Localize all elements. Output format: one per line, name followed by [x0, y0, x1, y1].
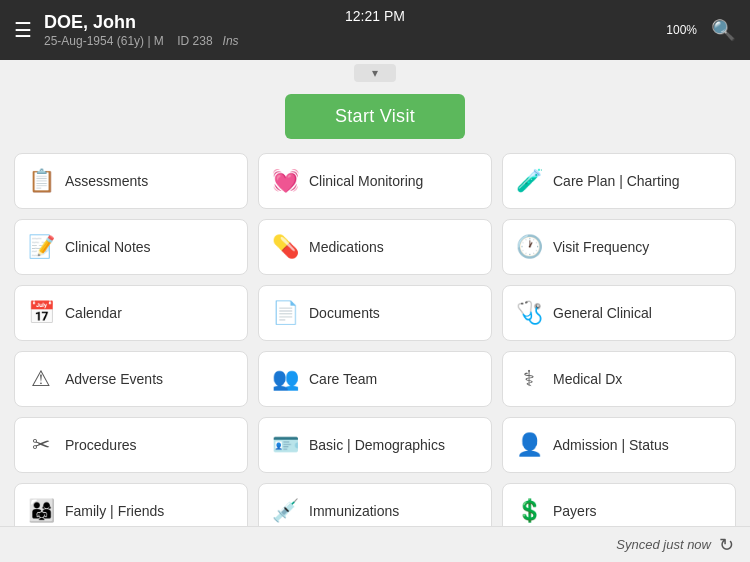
footer: Synced just now ↻ [0, 526, 750, 562]
medical-dx-label: Medical Dx [553, 371, 622, 387]
adverse-events-label: Adverse Events [65, 371, 163, 387]
grid-item-adverse-events[interactable]: ⚠Adverse Events [14, 351, 248, 407]
grid-item-medical-dx[interactable]: ⚕Medical Dx [502, 351, 736, 407]
grid-item-clinical-notes[interactable]: 📝Clinical Notes [14, 219, 248, 275]
grid-item-calendar[interactable]: 📅Calendar [14, 285, 248, 341]
sync-status: Synced just now [616, 537, 711, 552]
visit-frequency-icon: 🕐 [515, 234, 543, 260]
procedures-label: Procedures [65, 437, 137, 453]
battery-info: 100% [666, 23, 697, 37]
grid-item-basic-demographics[interactable]: 🪪Basic | Demographics [258, 417, 492, 473]
assessments-icon: 📋 [27, 168, 55, 194]
care-plan-charting-icon: 🧪 [515, 168, 543, 194]
adverse-events-icon: ⚠ [27, 366, 55, 392]
header-right: 100% 🔍 [666, 18, 736, 42]
calendar-label: Calendar [65, 305, 122, 321]
procedures-icon: ✂ [27, 432, 55, 458]
medications-label: Medications [309, 239, 384, 255]
header-left: ☰ DOE, John 25-Aug-1954 (61y) | M ID 238… [14, 12, 239, 48]
grid-item-care-plan-charting[interactable]: 🧪Care Plan | Charting [502, 153, 736, 209]
immunizations-label: Immunizations [309, 503, 399, 519]
grid-item-visit-frequency[interactable]: 🕐Visit Frequency [502, 219, 736, 275]
care-plan-charting-label: Care Plan | Charting [553, 173, 680, 189]
patient-name: DOE, John [44, 12, 239, 34]
grid-item-admission-status[interactable]: 👤Admission | Status [502, 417, 736, 473]
status-time: 12:21 PM [345, 8, 405, 24]
grid-item-medications[interactable]: 💊Medications [258, 219, 492, 275]
grid-item-procedures[interactable]: ✂Procedures [14, 417, 248, 473]
admission-status-icon: 👤 [515, 432, 543, 458]
patient-info: DOE, John 25-Aug-1954 (61y) | M ID 238 I… [44, 12, 239, 48]
start-visit-container: Start Visit [0, 84, 750, 153]
payers-icon: 💲 [515, 498, 543, 524]
basic-demographics-icon: 🪪 [271, 432, 299, 458]
general-clinical-icon: 🩺 [515, 300, 543, 326]
documents-label: Documents [309, 305, 380, 321]
header: ☰ DOE, John 25-Aug-1954 (61y) | M ID 238… [0, 0, 750, 60]
grid-item-clinical-monitoring[interactable]: 💓Clinical Monitoring [258, 153, 492, 209]
general-clinical-label: General Clinical [553, 305, 652, 321]
admission-status-label: Admission | Status [553, 437, 669, 453]
family-friends-label: Family | Friends [65, 503, 164, 519]
visit-frequency-label: Visit Frequency [553, 239, 649, 255]
grid-item-general-clinical[interactable]: 🩺General Clinical [502, 285, 736, 341]
medical-dx-icon: ⚕ [515, 366, 543, 392]
chevron-button[interactable]: ▾ [354, 64, 396, 82]
assessments-label: Assessments [65, 173, 148, 189]
grid-item-assessments[interactable]: 📋Assessments [14, 153, 248, 209]
clinical-monitoring-icon: 💓 [271, 168, 299, 194]
care-team-label: Care Team [309, 371, 377, 387]
clinical-notes-icon: 📝 [27, 234, 55, 260]
immunizations-icon: 💉 [271, 498, 299, 524]
patient-details: 25-Aug-1954 (61y) | M ID 238 Ins [44, 34, 239, 48]
clinical-monitoring-label: Clinical Monitoring [309, 173, 423, 189]
basic-demographics-label: Basic | Demographics [309, 437, 445, 453]
refresh-icon[interactable]: ↻ [719, 534, 734, 556]
chevron-bar: ▾ [0, 60, 750, 84]
payers-label: Payers [553, 503, 597, 519]
care-team-icon: 👥 [271, 366, 299, 392]
documents-icon: 📄 [271, 300, 299, 326]
medications-icon: 💊 [271, 234, 299, 260]
calendar-icon: 📅 [27, 300, 55, 326]
start-visit-button[interactable]: Start Visit [285, 94, 465, 139]
grid-item-care-team[interactable]: 👥Care Team [258, 351, 492, 407]
search-icon[interactable]: 🔍 [711, 18, 736, 42]
grid-item-documents[interactable]: 📄Documents [258, 285, 492, 341]
menu-icon[interactable]: ☰ [14, 18, 32, 42]
clinical-notes-label: Clinical Notes [65, 239, 151, 255]
family-friends-icon: 👨‍👩‍👧 [27, 498, 55, 524]
main-grid: 📋Assessments💓Clinical Monitoring🧪Care Pl… [0, 153, 750, 539]
